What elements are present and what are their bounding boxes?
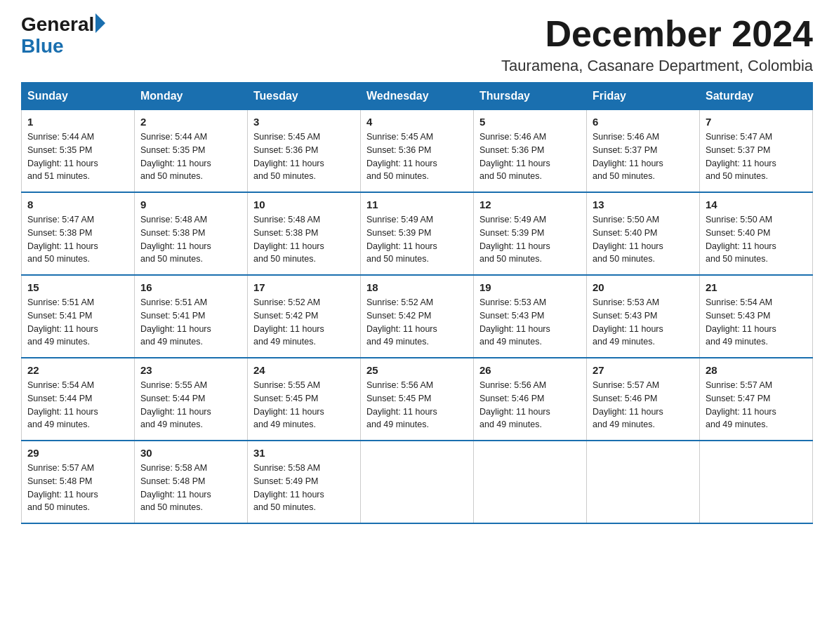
day-info: Sunrise: 5:45 AMSunset: 5:36 PMDaylight:… bbox=[253, 132, 324, 181]
day-number: 8 bbox=[27, 199, 128, 210]
day-info: Sunrise: 5:48 AMSunset: 5:38 PMDaylight:… bbox=[140, 215, 211, 264]
col-header-tuesday: Tuesday bbox=[248, 83, 361, 110]
day-info: Sunrise: 5:54 AMSunset: 5:43 PMDaylight:… bbox=[706, 297, 776, 347]
day-info: Sunrise: 5:44 AMSunset: 5:35 PMDaylight:… bbox=[27, 132, 98, 181]
calendar-cell: 23 Sunrise: 5:55 AMSunset: 5:44 PMDaylig… bbox=[135, 358, 248, 441]
calendar-cell: 8 Sunrise: 5:47 AMSunset: 5:38 PMDayligh… bbox=[22, 192, 135, 275]
calendar-cell: 18 Sunrise: 5:52 AMSunset: 5:42 PMDaylig… bbox=[361, 275, 474, 358]
col-header-monday: Monday bbox=[135, 83, 248, 110]
calendar-cell: 27 Sunrise: 5:57 AMSunset: 5:46 PMDaylig… bbox=[587, 358, 700, 441]
day-number: 31 bbox=[253, 447, 355, 459]
day-info: Sunrise: 5:53 AMSunset: 5:43 PMDaylight:… bbox=[479, 297, 550, 347]
day-number: 1 bbox=[27, 116, 128, 128]
day-number: 22 bbox=[27, 364, 128, 376]
day-number: 10 bbox=[253, 199, 355, 210]
day-info: Sunrise: 5:54 AMSunset: 5:44 PMDaylight:… bbox=[27, 380, 98, 429]
calendar-week-1: 1 Sunrise: 5:44 AMSunset: 5:35 PMDayligh… bbox=[22, 110, 813, 193]
calendar-cell: 21 Sunrise: 5:54 AMSunset: 5:43 PMDaylig… bbox=[700, 275, 813, 358]
day-info: Sunrise: 5:56 AMSunset: 5:45 PMDaylight:… bbox=[366, 380, 437, 429]
day-number: 21 bbox=[706, 281, 807, 293]
calendar-header-row: SundayMondayTuesdayWednesdayThursdayFrid… bbox=[22, 83, 813, 110]
calendar-cell: 5 Sunrise: 5:46 AMSunset: 5:36 PMDayligh… bbox=[474, 110, 587, 193]
calendar-cell: 22 Sunrise: 5:54 AMSunset: 5:44 PMDaylig… bbox=[22, 358, 135, 441]
calendar-cell bbox=[700, 441, 813, 523]
day-number: 30 bbox=[140, 447, 241, 459]
day-number: 7 bbox=[706, 116, 807, 128]
calendar-cell: 13 Sunrise: 5:50 AMSunset: 5:40 PMDaylig… bbox=[587, 192, 700, 275]
calendar-cell bbox=[474, 441, 587, 523]
day-number: 27 bbox=[593, 364, 694, 376]
col-header-friday: Friday bbox=[587, 83, 700, 110]
day-info: Sunrise: 5:49 AMSunset: 5:39 PMDaylight:… bbox=[479, 215, 550, 264]
calendar-cell: 1 Sunrise: 5:44 AMSunset: 5:35 PMDayligh… bbox=[22, 110, 135, 193]
day-info: Sunrise: 5:57 AMSunset: 5:47 PMDaylight:… bbox=[706, 380, 776, 429]
calendar-cell: 30 Sunrise: 5:58 AMSunset: 5:48 PMDaylig… bbox=[135, 441, 248, 523]
calendar-table: SundayMondayTuesdayWednesdayThursdayFrid… bbox=[21, 82, 813, 524]
day-number: 24 bbox=[253, 364, 355, 376]
day-info: Sunrise: 5:46 AMSunset: 5:36 PMDaylight:… bbox=[479, 132, 550, 181]
calendar-title-block: December 2024 Tauramena, Casanare Depart… bbox=[501, 14, 813, 75]
calendar-cell: 25 Sunrise: 5:56 AMSunset: 5:45 PMDaylig… bbox=[361, 358, 474, 441]
day-info: Sunrise: 5:47 AMSunset: 5:38 PMDaylight:… bbox=[27, 215, 98, 264]
day-number: 5 bbox=[479, 116, 581, 128]
day-number: 16 bbox=[140, 281, 241, 293]
day-info: Sunrise: 5:50 AMSunset: 5:40 PMDaylight:… bbox=[706, 215, 776, 264]
logo: General Blue bbox=[21, 14, 105, 58]
day-number: 11 bbox=[366, 199, 468, 210]
day-number: 12 bbox=[479, 199, 581, 210]
day-info: Sunrise: 5:46 AMSunset: 5:37 PMDaylight:… bbox=[593, 132, 663, 181]
calendar-cell: 6 Sunrise: 5:46 AMSunset: 5:37 PMDayligh… bbox=[587, 110, 700, 193]
calendar-cell bbox=[587, 441, 700, 523]
day-info: Sunrise: 5:57 AMSunset: 5:48 PMDaylight:… bbox=[27, 463, 98, 512]
day-number: 3 bbox=[253, 116, 355, 128]
day-number: 14 bbox=[706, 199, 807, 210]
page-header: General Blue December 2024 Tauramena, Ca… bbox=[21, 14, 813, 75]
day-info: Sunrise: 5:58 AMSunset: 5:48 PMDaylight:… bbox=[140, 463, 211, 512]
calendar-week-2: 8 Sunrise: 5:47 AMSunset: 5:38 PMDayligh… bbox=[22, 192, 813, 275]
day-number: 2 bbox=[140, 116, 241, 128]
day-info: Sunrise: 5:45 AMSunset: 5:36 PMDaylight:… bbox=[366, 132, 437, 181]
day-number: 13 bbox=[593, 199, 694, 210]
calendar-week-4: 22 Sunrise: 5:54 AMSunset: 5:44 PMDaylig… bbox=[22, 358, 813, 441]
calendar-subtitle: Tauramena, Casanare Department, Colombia bbox=[501, 57, 813, 75]
day-info: Sunrise: 5:44 AMSunset: 5:35 PMDaylight:… bbox=[140, 132, 211, 181]
day-info: Sunrise: 5:48 AMSunset: 5:38 PMDaylight:… bbox=[253, 215, 324, 264]
col-header-sunday: Sunday bbox=[22, 83, 135, 110]
col-header-saturday: Saturday bbox=[700, 83, 813, 110]
calendar-cell bbox=[361, 441, 474, 523]
day-number: 19 bbox=[479, 281, 581, 293]
day-info: Sunrise: 5:50 AMSunset: 5:40 PMDaylight:… bbox=[593, 215, 663, 264]
calendar-week-3: 15 Sunrise: 5:51 AMSunset: 5:41 PMDaylig… bbox=[22, 275, 813, 358]
day-info: Sunrise: 5:49 AMSunset: 5:39 PMDaylight:… bbox=[366, 215, 437, 264]
day-number: 6 bbox=[593, 116, 694, 128]
day-info: Sunrise: 5:52 AMSunset: 5:42 PMDaylight:… bbox=[366, 297, 437, 347]
day-number: 29 bbox=[27, 447, 128, 459]
day-number: 26 bbox=[479, 364, 581, 376]
calendar-cell: 15 Sunrise: 5:51 AMSunset: 5:41 PMDaylig… bbox=[22, 275, 135, 358]
day-number: 25 bbox=[366, 364, 468, 376]
day-info: Sunrise: 5:55 AMSunset: 5:44 PMDaylight:… bbox=[140, 380, 211, 429]
col-header-wednesday: Wednesday bbox=[361, 83, 474, 110]
logo-general-text: General bbox=[21, 14, 94, 36]
calendar-cell: 24 Sunrise: 5:55 AMSunset: 5:45 PMDaylig… bbox=[248, 358, 361, 441]
day-number: 9 bbox=[140, 199, 241, 210]
calendar-cell: 9 Sunrise: 5:48 AMSunset: 5:38 PMDayligh… bbox=[135, 192, 248, 275]
day-info: Sunrise: 5:52 AMSunset: 5:42 PMDaylight:… bbox=[253, 297, 324, 347]
calendar-cell: 19 Sunrise: 5:53 AMSunset: 5:43 PMDaylig… bbox=[474, 275, 587, 358]
calendar-cell: 28 Sunrise: 5:57 AMSunset: 5:47 PMDaylig… bbox=[700, 358, 813, 441]
logo-blue-text: Blue bbox=[21, 35, 64, 57]
day-number: 15 bbox=[27, 281, 128, 293]
calendar-cell: 3 Sunrise: 5:45 AMSunset: 5:36 PMDayligh… bbox=[248, 110, 361, 193]
calendar-cell: 10 Sunrise: 5:48 AMSunset: 5:38 PMDaylig… bbox=[248, 192, 361, 275]
calendar-cell: 7 Sunrise: 5:47 AMSunset: 5:37 PMDayligh… bbox=[700, 110, 813, 193]
col-header-thursday: Thursday bbox=[474, 83, 587, 110]
calendar-cell: 31 Sunrise: 5:58 AMSunset: 5:49 PMDaylig… bbox=[248, 441, 361, 523]
calendar-cell: 4 Sunrise: 5:45 AMSunset: 5:36 PMDayligh… bbox=[361, 110, 474, 193]
day-info: Sunrise: 5:51 AMSunset: 5:41 PMDaylight:… bbox=[140, 297, 211, 347]
calendar-cell: 20 Sunrise: 5:53 AMSunset: 5:43 PMDaylig… bbox=[587, 275, 700, 358]
day-info: Sunrise: 5:56 AMSunset: 5:46 PMDaylight:… bbox=[479, 380, 550, 429]
calendar-cell: 11 Sunrise: 5:49 AMSunset: 5:39 PMDaylig… bbox=[361, 192, 474, 275]
day-info: Sunrise: 5:58 AMSunset: 5:49 PMDaylight:… bbox=[253, 463, 324, 512]
day-info: Sunrise: 5:51 AMSunset: 5:41 PMDaylight:… bbox=[27, 297, 98, 347]
day-number: 28 bbox=[706, 364, 807, 376]
